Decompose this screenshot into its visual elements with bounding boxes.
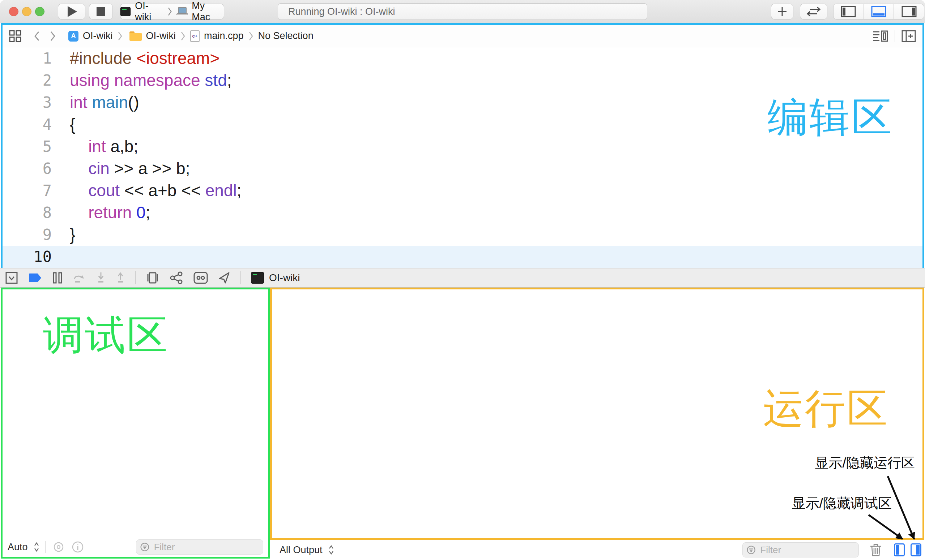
breadcrumb-project[interactable]: OI-wiki — [83, 30, 113, 42]
code-text: int main() — [52, 92, 139, 113]
step-over-button[interactable] — [72, 272, 86, 284]
source-editor[interactable]: 1#include <iostream>2using namespace std… — [3, 47, 922, 268]
editor-area: A OI-wiki OI-wiki c+ main.cpp No Selecti… — [1, 23, 924, 268]
simulate-location-button[interactable] — [218, 271, 230, 284]
breadcrumb-chevron-icon — [181, 32, 185, 41]
activity-status-text: Running OI-wiki : OI-wiki — [288, 6, 395, 17]
zoom-window-button[interactable] — [35, 7, 44, 16]
play-icon — [68, 6, 77, 17]
process-app-icon — [251, 272, 264, 284]
stop-icon — [96, 7, 105, 16]
console-filter-input[interactable] — [759, 544, 855, 556]
breadcrumb-group[interactable]: OI-wiki — [146, 30, 176, 42]
console-bar: All Output — [270, 540, 925, 560]
code-line[interactable]: 2using namespace std; — [3, 69, 922, 92]
line-number: 6 — [3, 158, 52, 180]
swap-arrows-icon — [806, 6, 822, 17]
activity-status-view: Running OI-wiki : OI-wiki — [278, 3, 647, 20]
variables-filter-field[interactable] — [136, 539, 263, 555]
code-text: } — [52, 224, 75, 246]
plus-icon — [777, 6, 788, 17]
step-out-button[interactable] — [116, 272, 125, 284]
editor-area-label: 编辑区 — [767, 90, 893, 145]
annotation-show-hide-debug: 显示/隐藏调试区 — [792, 494, 892, 513]
line-number: 7 — [3, 180, 52, 201]
debug-process-label: OI-wiki — [269, 272, 300, 284]
debug-area-label: 调试区 — [43, 308, 169, 363]
code-text: return 0; — [52, 201, 150, 224]
back-button[interactable] — [34, 31, 40, 42]
library-add-button[interactable] — [771, 4, 793, 20]
code-line[interactable]: 9} — [3, 224, 922, 246]
title-bar: OI-wiki My Mac Running OI-wiki : OI-wiki — [0, 0, 925, 23]
scheme-target-label: OI-wiki — [135, 0, 163, 23]
breakpoints-toggle-button[interactable] — [28, 273, 43, 283]
code-line[interactable]: 6 cin >> a >> b; — [3, 158, 922, 180]
forward-button[interactable] — [50, 31, 56, 42]
close-window-button[interactable] — [9, 7, 18, 16]
step-into-button[interactable] — [96, 272, 105, 284]
console-filter-field[interactable] — [743, 542, 859, 557]
annotation-show-hide-console: 显示/隐藏运行区 — [815, 454, 915, 472]
clear-console-trash-button[interactable] — [870, 543, 882, 557]
debug-bar: OI-wiki — [0, 268, 925, 288]
divider — [895, 30, 895, 42]
code-line[interactable]: 8 return 0; — [3, 201, 922, 224]
scheme-selector[interactable]: OI-wiki My Mac — [120, 4, 224, 20]
hide-debug-area-button[interactable] — [5, 271, 18, 284]
pause-continue-button[interactable] — [53, 272, 62, 284]
line-number: 8 — [3, 201, 52, 224]
code-text: int a,b; — [52, 135, 138, 158]
filter-icon — [140, 542, 150, 552]
divider — [45, 541, 45, 553]
line-number: 9 — [3, 224, 52, 246]
debug-process-entry[interactable]: OI-wiki — [251, 272, 300, 284]
stop-button[interactable] — [89, 4, 113, 20]
info-icon[interactable] — [72, 541, 84, 553]
editor-mode-button[interactable] — [800, 4, 827, 20]
breadcrumb-file[interactable]: main.cpp — [204, 30, 244, 42]
toggle-navigator-button[interactable] — [833, 4, 864, 19]
toggle-console-view-button[interactable] — [910, 543, 921, 556]
line-number: 2 — [3, 69, 52, 92]
quicklook-eye-icon[interactable] — [51, 542, 66, 552]
run-button[interactable] — [58, 4, 85, 20]
divider — [888, 544, 888, 555]
code-text: cout << a+b << endl; — [52, 180, 241, 201]
add-editor-icon[interactable] — [901, 30, 916, 42]
xcode-window: OI-wiki My Mac Running OI-wiki : OI-wiki — [0, 0, 925, 560]
toggle-inspector-button[interactable] — [894, 4, 924, 19]
environment-overrides-button[interactable] — [193, 272, 208, 284]
code-text: cin >> a >> b; — [52, 158, 190, 180]
related-items-icon[interactable] — [9, 30, 21, 42]
folder-icon — [130, 32, 142, 41]
variables-filter-input[interactable] — [153, 541, 259, 553]
scope-stepper-icon[interactable] — [328, 545, 334, 555]
variables-view-bar: Auto — [3, 537, 268, 557]
variables-scope-select[interactable]: Auto — [8, 542, 28, 553]
code-line[interactable]: 7 cout << a+b << endl; — [3, 180, 922, 201]
navigator-panel-icon — [841, 6, 856, 17]
inspector-panel-icon — [901, 6, 917, 17]
code-text: #include <iostream> — [52, 47, 220, 69]
toggle-variables-view-button[interactable] — [894, 543, 905, 556]
chevron-separator-icon — [167, 7, 172, 16]
variables-view: 调试区 Auto — [1, 288, 270, 558]
minimap-options-icon[interactable] — [872, 30, 888, 42]
line-number: 5 — [3, 135, 52, 158]
minimize-window-button[interactable] — [22, 7, 32, 16]
debug-view-hierarchy-button[interactable] — [146, 271, 160, 284]
code-line[interactable]: 1#include <iostream> — [3, 47, 922, 69]
destination-mac-icon — [176, 7, 187, 16]
cpp-file-icon: c+ — [190, 30, 200, 42]
debug-memory-graph-button[interactable] — [170, 271, 183, 284]
code-line[interactable]: 10 — [3, 246, 922, 268]
code-text — [52, 246, 70, 268]
line-number: 1 — [3, 47, 52, 69]
breadcrumb-selection[interactable]: No Selection — [258, 30, 313, 42]
console-scope-select[interactable]: All Output — [280, 545, 322, 555]
line-number: 3 — [3, 92, 52, 113]
scope-stepper-icon[interactable] — [34, 542, 39, 552]
divider — [241, 271, 241, 284]
toggle-debug-area-button[interactable] — [864, 4, 894, 19]
